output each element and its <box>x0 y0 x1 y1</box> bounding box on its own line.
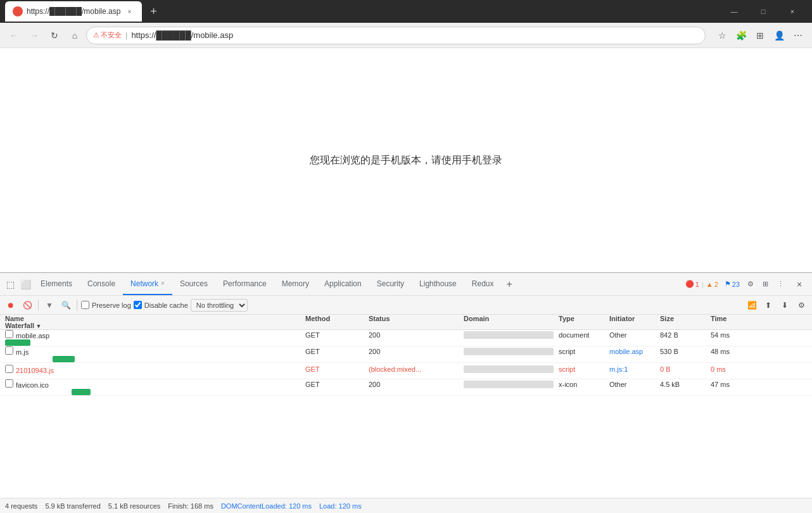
browser-tab-active[interactable]: https://██████/mobile.asp × <box>5 1 142 22</box>
devtools-dock-button[interactable]: ⊞ <box>759 276 772 293</box>
row3-checkbox[interactable] <box>5 365 13 373</box>
table-row[interactable]: 21010943.js GET (blocked:mixed... script… <box>0 363 812 379</box>
row3-waterfall <box>3 376 303 379</box>
close-button[interactable]: × <box>778 0 807 23</box>
download-icon-button[interactable]: ⬇ <box>778 298 792 312</box>
devtools-tabs: Elements Console Network × Sources Perfo… <box>33 273 683 295</box>
home-button[interactable]: ⌂ <box>66 27 84 44</box>
maximize-button[interactable]: □ <box>749 0 778 23</box>
row4-domain <box>461 381 556 388</box>
network-settings-button[interactable]: ⚙ <box>794 298 808 312</box>
tab-network[interactable]: Network × <box>123 273 172 295</box>
device-toggle-button[interactable]: ⬜ <box>18 277 33 292</box>
tab-performance[interactable]: Performance <box>215 273 274 295</box>
refresh-button[interactable]: ↻ <box>46 27 63 44</box>
url-bar[interactable]: ⚠ 不安全 | https://██████/mobile.asp <box>86 27 706 44</box>
row2-domain-blur <box>464 348 554 355</box>
row4-checkbox[interactable] <box>5 379 13 388</box>
menu-button[interactable]: ⋯ <box>789 27 807 44</box>
devtools-more-button[interactable]: ⋮ <box>773 276 788 293</box>
col-waterfall[interactable]: Waterfall <box>3 322 303 329</box>
filter-button[interactable]: ▼ <box>42 298 56 312</box>
tab-elements[interactable]: Elements <box>33 273 80 295</box>
row3-domain-blur <box>464 365 554 373</box>
url-path: /mobile.asp <box>191 30 233 40</box>
row3-initiator[interactable]: m.js:1 <box>607 365 657 373</box>
table-row[interactable]: m.js GET 200 script mobile.asp 530 B 48 … <box>0 346 812 363</box>
col-time[interactable]: Time <box>708 315 809 322</box>
tab-application[interactable]: Application <box>317 273 369 295</box>
col-name[interactable]: Name <box>3 315 303 322</box>
disable-cache-checkbox[interactable]: Disable cache <box>134 301 188 309</box>
table-row[interactable]: mobile.asp GET 200 document Other 842 B … <box>0 330 812 346</box>
star-button[interactable]: ☆ <box>713 27 731 44</box>
clear-button[interactable]: 🚫 <box>20 298 34 312</box>
extensions-button[interactable]: 🧩 <box>732 27 750 44</box>
inspect-element-button[interactable]: ⬚ <box>3 277 18 292</box>
throttling-select[interactable]: No throttling <box>191 299 248 312</box>
tab-memory[interactable]: Memory <box>274 273 317 295</box>
url-actions: ☆ 🧩 ⊞ 👤 ⋯ <box>713 27 807 44</box>
devtools-close-button[interactable]: × <box>792 277 807 292</box>
row3-size: 0 B <box>657 365 708 373</box>
tab-security[interactable]: Security <box>369 273 412 295</box>
devtools-panel: ⬚ ⬜ Elements Console Network × Sources P… <box>0 272 812 513</box>
row3-method: GET <box>303 365 366 373</box>
row3-type: script <box>556 365 607 373</box>
tab-security-label: Security <box>377 279 404 288</box>
col-method[interactable]: Method <box>303 315 366 322</box>
row1-name: mobile.asp <box>3 330 303 339</box>
tab-console-label: Console <box>87 279 115 288</box>
row2-time: 48 ms <box>708 348 809 355</box>
profile-button[interactable]: 👤 <box>770 27 788 44</box>
row2-type: script <box>556 348 607 355</box>
row1-checkbox[interactable] <box>5 330 13 338</box>
minimize-button[interactable]: — <box>720 0 749 23</box>
forward-button[interactable]: → <box>25 27 43 44</box>
row4-domain-blur <box>464 381 554 388</box>
devtools-settings-button[interactable]: ⚙ <box>744 276 758 293</box>
row4-wf-bar <box>72 389 91 395</box>
bookmarks-button[interactable]: ⊞ <box>751 27 769 44</box>
col-type[interactable]: Type <box>556 315 607 322</box>
search-button[interactable]: 🔍 <box>59 298 73 312</box>
record-button[interactable]: ⏺ <box>4 298 18 312</box>
network-status-bar: 4 requests 5.9 kB transferred 5.1 kB res… <box>0 498 812 513</box>
more-tabs-button[interactable]: + <box>501 273 517 295</box>
col-domain[interactable]: Domain <box>461 315 556 322</box>
tab-network-close[interactable]: × <box>161 280 165 287</box>
new-tab-button[interactable]: + <box>144 3 162 20</box>
row2-initiator[interactable]: mobile.asp <box>607 348 657 355</box>
error-badge[interactable]: 🔴 1 | ▲ 2 <box>683 276 721 293</box>
row3-status: (blocked:mixed... <box>366 365 461 373</box>
row2-status: 200 <box>366 348 461 355</box>
info-count: 23 <box>732 281 740 288</box>
error-icon: 🔴 <box>685 280 694 288</box>
table-row[interactable]: favicon.ico GET 200 x-icon Other 4.5 kB … <box>0 379 812 396</box>
devtools-actions: 🔴 1 | ▲ 2 ⚑ 23 ⚙ ⊞ ⋮ × <box>683 276 809 293</box>
tab-close-button[interactable]: × <box>124 6 134 16</box>
tab-favicon <box>13 6 23 16</box>
tab-memory-label: Memory <box>282 279 309 288</box>
tab-console[interactable]: Console <box>80 273 123 295</box>
row4-status: 200 <box>366 381 461 388</box>
row3-time: 0 ms <box>708 365 809 373</box>
row2-size: 530 B <box>657 348 708 355</box>
tab-sources[interactable]: Sources <box>172 273 215 295</box>
transferred-size: 5.9 kB transferred <box>45 502 100 510</box>
upload-icon-button[interactable]: ⬆ <box>761 298 775 312</box>
devtools-header: ⬚ ⬜ Elements Console Network × Sources P… <box>0 273 812 296</box>
col-size[interactable]: Size <box>657 315 708 322</box>
wifi-icon-button[interactable]: 📶 <box>745 298 759 312</box>
info-badge[interactable]: ⚑ 23 <box>722 276 742 293</box>
row1-method: GET <box>303 331 366 339</box>
back-button[interactable]: ← <box>5 27 23 44</box>
row4-waterfall <box>3 389 303 395</box>
col-status[interactable]: Status <box>366 315 461 322</box>
error-count: 1 <box>695 281 699 288</box>
col-initiator[interactable]: Initiator <box>607 315 657 322</box>
tab-redux[interactable]: Redux <box>464 273 502 295</box>
preserve-log-checkbox[interactable]: Preserve log <box>81 301 131 309</box>
row2-checkbox[interactable] <box>5 346 13 355</box>
tab-lighthouse[interactable]: Lighthouse <box>412 273 464 295</box>
